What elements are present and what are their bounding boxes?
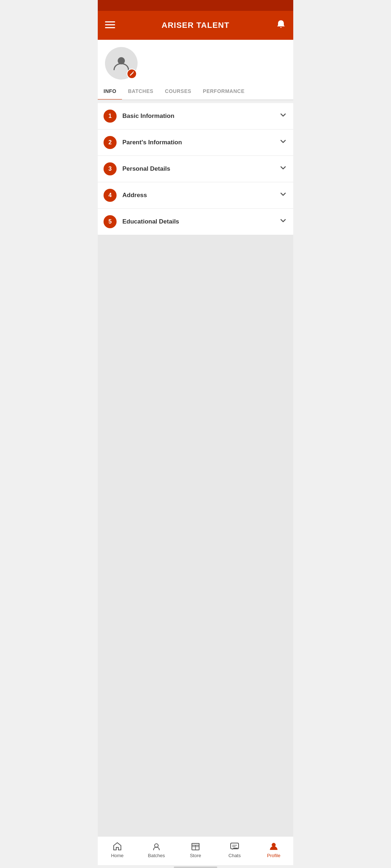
profile-area [98, 40, 293, 83]
accordion-item-4[interactable]: 4 Address [98, 182, 293, 209]
accordion-label-1: Basic Information [122, 112, 175, 120]
step-circle-3: 3 [104, 162, 117, 175]
nav-item-chats[interactable]: Chats [215, 841, 254, 858]
step-circle-4: 4 [104, 189, 117, 202]
tabs-container: INFO BATCHES COURSES PERFORMANCE [98, 83, 293, 100]
accordion-item-5[interactable]: 5 Educational Details [98, 209, 293, 235]
home-indicator [174, 867, 217, 868]
menu-icon[interactable] [105, 20, 115, 31]
app-title: ARISER TALENT [161, 21, 229, 30]
accordion-item-2[interactable]: 2 Parent's Information [98, 129, 293, 156]
accordion-label-3: Personal Details [122, 165, 170, 173]
svg-rect-1 [105, 24, 115, 25]
chevron-down-icon-1 [279, 111, 287, 122]
edit-avatar-button[interactable] [127, 69, 137, 79]
tab-courses[interactable]: COURSES [159, 83, 197, 100]
nav-label-batches: Batches [148, 853, 165, 858]
chevron-down-icon-4 [279, 190, 287, 201]
nav-label-home: Home [111, 853, 124, 858]
chevron-down-icon-2 [279, 137, 287, 148]
accordion-item-3[interactable]: 3 Personal Details [98, 156, 293, 182]
bottom-nav: Home Batches Store Chats Profile [98, 836, 293, 865]
step-circle-1: 1 [104, 110, 117, 123]
tab-performance[interactable]: PERFORMANCE [197, 83, 250, 100]
accordion-label-4: Address [122, 192, 147, 199]
bell-icon[interactable] [276, 19, 286, 32]
avatar-container [105, 47, 138, 80]
nav-item-home[interactable]: Home [98, 841, 137, 858]
svg-rect-2 [105, 27, 115, 28]
tab-batches[interactable]: BATCHES [122, 83, 159, 100]
chevron-down-icon-5 [279, 216, 287, 227]
nav-label-store: Store [190, 853, 201, 858]
tab-info[interactable]: INFO [98, 83, 122, 100]
content-area [98, 235, 293, 836]
step-circle-5: 5 [104, 215, 117, 228]
top-stripe [98, 0, 293, 11]
nav-item-profile[interactable]: Profile [254, 841, 293, 858]
accordion-label-5: Educational Details [122, 218, 179, 225]
svg-rect-0 [105, 21, 115, 22]
chevron-down-icon-3 [279, 163, 287, 174]
accordion-item-1[interactable]: 1 Basic Information [98, 103, 293, 129]
app-header: ARISER TALENT [98, 11, 293, 40]
nav-label-profile: Profile [267, 853, 281, 858]
step-circle-2: 2 [104, 136, 117, 149]
accordion-container: 1 Basic Information 2 Parent's Informati… [98, 103, 293, 235]
nav-item-store[interactable]: Store [176, 841, 215, 858]
nav-label-chats: Chats [228, 853, 241, 858]
accordion-label-2: Parent's Information [122, 139, 182, 146]
svg-rect-6 [192, 843, 199, 845]
nav-item-batches[interactable]: Batches [137, 841, 176, 858]
